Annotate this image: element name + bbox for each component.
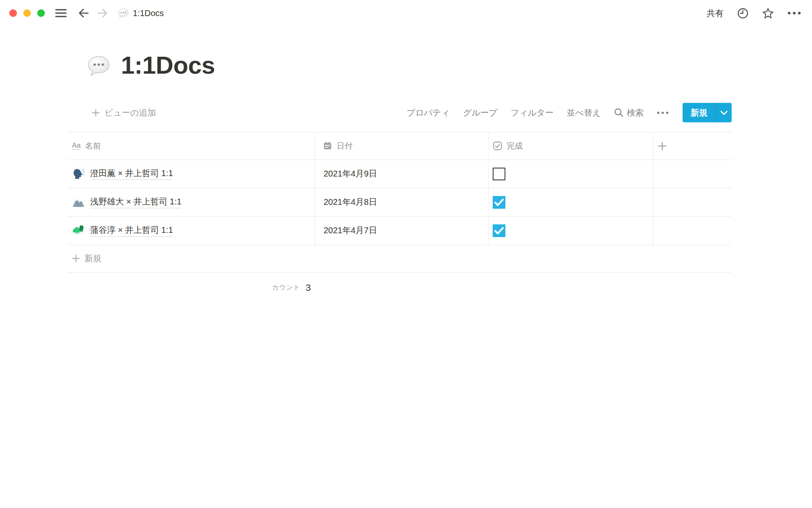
checkbox[interactable] [493, 224, 505, 237]
page-link[interactable]: 蒲谷淳 × 井上哲司 1:1 [90, 224, 173, 237]
sidebar-toggle-button[interactable] [55, 8, 67, 18]
traffic-lights [9, 9, 45, 17]
sort-button[interactable]: 並べ替え [567, 107, 601, 119]
checkbox[interactable] [493, 168, 505, 180]
checkbox-icon [493, 141, 502, 151]
new-button-label[interactable]: 新規 [683, 103, 716, 122]
mountain-emoji [72, 196, 85, 209]
title-text-icon: Aa [72, 142, 81, 150]
toolbar-actions: プロパティ グループ フィルター 並べ替え 検索 新規 [406, 103, 732, 122]
search-label: 検索 [627, 107, 644, 119]
plus-icon [658, 141, 667, 151]
speech-balloon-icon [118, 8, 129, 19]
done-cell[interactable] [488, 188, 653, 216]
empty-cell [653, 188, 732, 216]
titlebar-actions: 共有 [707, 8, 801, 19]
back-arrow-icon [78, 8, 90, 19]
breadcrumb-title: 1:1Docs [133, 8, 164, 18]
name-cell[interactable]: 浅野雄大 × 井上哲司 1:1 [68, 188, 315, 216]
titlebar: 1:1Docs 共有 [0, 0, 812, 26]
table-header-row: Aa 名前 日付 完成 [68, 132, 732, 160]
clock-icon [737, 8, 749, 19]
new-row-button[interactable]: 新規 [68, 245, 732, 273]
new-button-dropdown[interactable] [716, 103, 732, 122]
column-header-done[interactable]: 完成 [488, 133, 653, 160]
done-cell[interactable] [488, 217, 653, 245]
add-column-button[interactable] [653, 133, 732, 160]
name-cell[interactable]: 蒲谷淳 × 井上哲司 1:1 [68, 217, 315, 245]
column-header-name[interactable]: Aa 名前 [68, 133, 315, 160]
table-row[interactable]: 浅野雄大 × 井上哲司 1:1 2021年4月8日 [68, 188, 732, 217]
share-button[interactable]: 共有 [707, 8, 724, 19]
speech-balloon-emoji [87, 54, 111, 78]
database-table: Aa 名前 日付 完成 [68, 132, 732, 303]
hamburger-icon [55, 8, 67, 18]
updates-button[interactable] [737, 8, 749, 19]
table-row[interactable]: 蒲谷淳 × 井上哲司 1:1 2021年4月7日 [68, 217, 732, 245]
page-title[interactable]: 1:1Docs [121, 52, 215, 78]
search-button[interactable]: 検索 [614, 107, 644, 119]
plus-icon [92, 109, 100, 117]
breadcrumb[interactable]: 1:1Docs [118, 8, 164, 19]
back-button[interactable] [78, 8, 90, 19]
table-row[interactable]: 澄田薫 × 井上哲司 1:1 2021年4月9日 [68, 160, 732, 188]
filter-button[interactable]: フィルター [510, 107, 554, 119]
close-window-button[interactable] [9, 9, 17, 17]
column-header-date[interactable]: 日付 [315, 133, 488, 160]
date-cell[interactable]: 2021年4月9日 [315, 160, 488, 188]
gloves-emoji [72, 224, 85, 237]
speaking-head-emoji [72, 167, 85, 180]
empty-cell [653, 217, 732, 245]
done-cell[interactable] [488, 160, 653, 188]
name-cell[interactable]: 澄田薫 × 井上哲司 1:1 [68, 160, 315, 188]
search-icon [614, 108, 623, 117]
checkbox[interactable] [493, 196, 505, 209]
calc-row-count[interactable]: カウント 3 [68, 273, 315, 303]
ellipsis-icon [657, 111, 669, 114]
add-view-button[interactable]: ビューの追加 [92, 107, 156, 119]
chevron-down-icon [720, 110, 728, 115]
view-toolbar: ビューの追加 プロパティ グループ フィルター 並べ替え 検索 [68, 103, 732, 123]
empty-cell [653, 160, 732, 188]
calc-value: 3 [306, 282, 311, 293]
notion-window: 1:1Docs 共有 [0, 0, 812, 508]
check-icon [494, 199, 504, 206]
page-icon[interactable] [87, 54, 111, 78]
page-title-block: 1:1Docs [87, 52, 732, 78]
calendar-icon [323, 141, 332, 151]
more-button[interactable] [787, 11, 801, 15]
date-cell[interactable]: 2021年4月8日 [315, 188, 488, 216]
star-icon [762, 8, 774, 19]
group-button[interactable]: グループ [463, 107, 497, 119]
forward-button[interactable] [96, 8, 108, 19]
new-button[interactable]: 新規 [683, 103, 732, 122]
favorite-button[interactable] [762, 8, 774, 19]
page-link[interactable]: 浅野雄大 × 井上哲司 1:1 [90, 196, 181, 208]
properties-button[interactable]: プロパティ [406, 107, 450, 119]
new-row-label: 新規 [85, 253, 102, 264]
page-link[interactable]: 澄田薫 × 井上哲司 1:1 [90, 168, 173, 180]
date-cell[interactable]: 2021年4月7日 [315, 217, 488, 245]
column-label: 完成 [507, 141, 523, 152]
minimize-window-button[interactable] [23, 9, 31, 17]
forward-arrow-icon [96, 8, 108, 19]
page-content: 1:1Docs ビューの追加 プロパティ グループ フィルター 並べ替え [68, 52, 732, 303]
column-label: 日付 [337, 141, 353, 152]
more-icon [787, 11, 801, 15]
add-view-label: ビューの追加 [104, 107, 156, 119]
view-more-button[interactable] [657, 111, 669, 114]
column-label: 名前 [85, 141, 101, 152]
check-icon [494, 227, 504, 235]
calc-label: カウント [272, 283, 300, 292]
plus-icon [72, 254, 80, 262]
zoom-window-button[interactable] [37, 9, 45, 17]
